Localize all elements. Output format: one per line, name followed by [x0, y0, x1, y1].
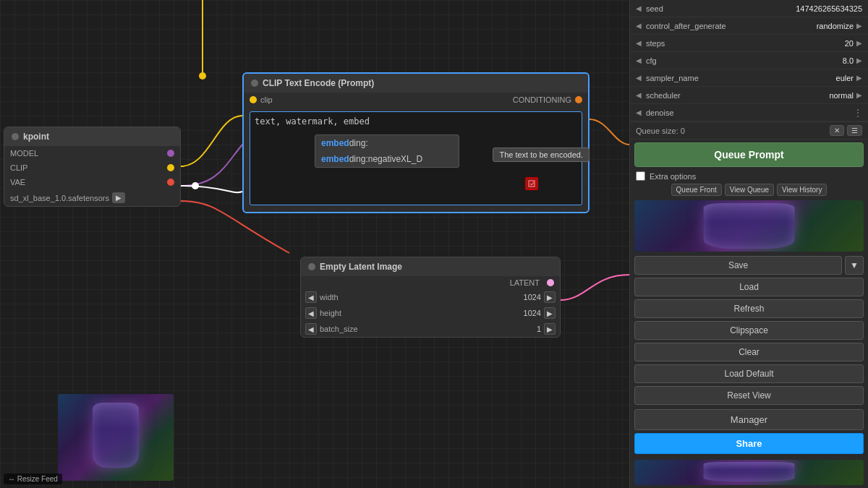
queue-cancel-btn[interactable]: ✕ — [830, 125, 844, 136]
view-queue-button[interactable]: View Queue — [725, 184, 774, 196]
canvas[interactable]: kpoint MODEL CLIP VAE sd_xl_base_1.0.saf… — [0, 0, 629, 488]
queue-prompt-button[interactable]: Queue Prompt — [634, 142, 864, 167]
reset-view-label: Reset View — [727, 390, 770, 401]
autocomplete-dropdown[interactable]: embedding: embedding:negativeXL_D — [315, 134, 459, 168]
params-list: ◀ seed 147426265634325 ◀ control_after_g… — [630, 0, 868, 122]
denoise-left-arrow[interactable]: ◀ — [636, 108, 642, 116]
height-increase-btn[interactable]: ▶ — [544, 307, 556, 319]
latent-node-header: Empty Latent Image — [301, 257, 560, 276]
vae-port[interactable] — [167, 179, 174, 186]
queue-settings-btn[interactable]: ☰ — [847, 125, 862, 136]
svg-rect-5 — [529, 181, 535, 187]
scheduler-right-arrow[interactable]: ▶ — [856, 91, 862, 99]
load-default-button[interactable]: Load Default — [634, 364, 864, 383]
width-label: width — [320, 293, 509, 301]
resize-feed-text: ↔ Resize Feed — [8, 475, 58, 483]
seed-left-arrow[interactable]: ◀ — [636, 4, 642, 12]
sampler-row: ◀ sampler_name euler ▶ — [630, 69, 868, 87]
autocomplete-item-2[interactable]: embedding:negativeXL_D — [315, 151, 459, 167]
denoise-menu-icon[interactable]: ⋮ — [854, 108, 862, 118]
batch-increase-btn[interactable]: ▶ — [544, 323, 556, 335]
clip-node-title: CLIP Text Encode (Prompt) — [263, 78, 374, 88]
model-name-text: sd_xl_base_1.0.safetensors — [10, 194, 109, 202]
sampler-left-arrow[interactable]: ◀ — [636, 74, 642, 82]
clip-text-encode-node: CLIP Text Encode (Prompt) clip CONDITION… — [242, 72, 590, 213]
select-icon[interactable] — [525, 177, 538, 190]
autocomplete-highlight-2: embed — [321, 154, 349, 164]
model-port[interactable] — [167, 150, 174, 157]
model-filename: sd_xl_base_1.0.safetensors ▶ — [4, 189, 180, 206]
control-right-arrow[interactable]: ▶ — [856, 22, 862, 30]
queue-size-label: Queue size: 0 — [636, 127, 685, 135]
sub-buttons-row: Queue Front View Queue View History — [630, 182, 868, 197]
conditioning-port-label: CONDITIONING — [513, 95, 571, 104]
load-button[interactable]: Load — [634, 278, 864, 296]
view-queue-label: View Queue — [730, 186, 769, 194]
scheduler-row: ◀ scheduler normal ▶ — [630, 87, 868, 104]
cfg-left-arrow[interactable]: ◀ — [636, 56, 642, 64]
queue-front-button[interactable]: Queue Front — [671, 184, 722, 196]
bottle-shape — [93, 403, 139, 468]
clip-port[interactable] — [167, 164, 174, 171]
steps-value: 20 — [845, 39, 854, 48]
cfg-value: 8.0 — [843, 56, 854, 65]
height-decrease-btn[interactable]: ◀ — [305, 307, 317, 319]
clipspace-label: Clipspace — [730, 325, 768, 335]
share-button[interactable]: Share — [634, 433, 864, 454]
autocomplete-item-1[interactable]: embedding: — [315, 135, 459, 151]
denoise-label: denoise — [642, 108, 851, 117]
tooltip-text: The text to be encoded. — [499, 150, 583, 159]
extra-options-checkbox[interactable] — [636, 171, 645, 181]
checkpoint-node-header: kpoint — [4, 127, 180, 146]
control-left-arrow[interactable]: ◀ — [636, 22, 642, 30]
batch-decrease-btn[interactable]: ◀ — [305, 323, 317, 335]
manager-share-area: Manager Share — [630, 406, 868, 457]
save-button[interactable]: Save — [634, 256, 842, 275]
autocomplete-highlight-1: embed — [321, 138, 349, 148]
bottom-thumb-bottle — [703, 462, 795, 481]
width-decrease-btn[interactable]: ◀ — [305, 291, 317, 303]
width-increase-btn[interactable]: ▶ — [544, 291, 556, 303]
batch-row: ◀ batch_size 1 ▶ — [301, 321, 560, 337]
queue-prompt-label: Queue Prompt — [714, 149, 783, 160]
bottom-thumb-image — [634, 460, 864, 485]
clip-textarea-container: text, watermark, embed embedding: embedd… — [250, 111, 582, 207]
resize-feed-label[interactable]: ↔ Resize Feed — [4, 474, 62, 484]
checkpoint-node: kpoint MODEL CLIP VAE sd_xl_base_1.0.saf… — [4, 127, 181, 207]
clip-node-header: CLIP Text Encode (Prompt) — [244, 74, 588, 93]
queue-controls: ✕ ☰ — [830, 125, 862, 136]
manager-button[interactable]: Manager — [634, 409, 864, 430]
clear-button[interactable]: Clear — [634, 343, 864, 361]
latent-node-title: Empty Latent Image — [320, 262, 402, 272]
tooltip: The text to be encoded. — [493, 147, 590, 162]
reset-view-button[interactable]: Reset View — [634, 386, 864, 405]
scheduler-left-arrow[interactable]: ◀ — [636, 91, 642, 99]
preview-image — [634, 200, 864, 252]
model-row: MODEL — [4, 146, 180, 160]
refresh-button[interactable]: Refresh — [634, 299, 864, 318]
thumbnail-image — [58, 394, 174, 481]
steps-label: steps — [642, 39, 845, 48]
preview-area — [634, 200, 864, 252]
conditioning-output-port[interactable] — [575, 96, 582, 103]
height-label: height — [320, 309, 509, 317]
play-button[interactable]: ▶ — [112, 192, 125, 203]
steps-left-arrow[interactable]: ◀ — [636, 39, 642, 47]
clip-row-label: CLIP — [10, 163, 27, 172]
cfg-right-arrow[interactable]: ▶ — [856, 56, 862, 64]
clip-input-port[interactable] — [250, 96, 257, 103]
clip-ports-row: clip CONDITIONING — [244, 93, 588, 107]
share-label: Share — [736, 438, 762, 449]
clipspace-button[interactable]: Clipspace — [634, 321, 864, 340]
width-value: 1024 — [512, 293, 541, 301]
checkpoint-node-title: kpoint — [23, 132, 49, 142]
control-after-generate-row: ◀ control_after_generate randomize ▶ — [630, 17, 868, 35]
latent-output-port[interactable] — [547, 279, 554, 286]
save-dropdown[interactable]: ▼ — [845, 256, 864, 275]
view-history-button[interactable]: View History — [777, 184, 827, 196]
clear-label: Clear — [739, 347, 760, 357]
sampler-right-arrow[interactable]: ▶ — [856, 74, 862, 82]
steps-right-arrow[interactable]: ▶ — [856, 39, 862, 47]
model-label: MODEL — [10, 149, 38, 158]
seed-label: seed — [642, 4, 796, 13]
